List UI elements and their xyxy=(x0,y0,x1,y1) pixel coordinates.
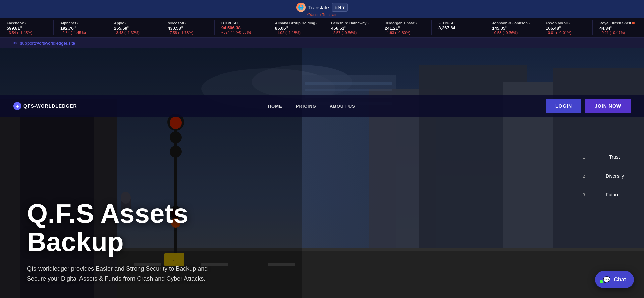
nav-buttons: LOGIN JOIN NOW xyxy=(546,99,631,113)
ticker-item: Facebook • 599.81D −3.54 (−1.45%) xyxy=(0,20,54,35)
side-nav-line xyxy=(590,176,600,176)
brand-logo: ◈ QFS-WORLDLEDGER xyxy=(13,102,77,110)
side-nav-num: 1 xyxy=(578,155,585,160)
navbar: ◈ QFS-WORLDLEDGER HOME PRICING ABOUT US … xyxy=(0,95,644,117)
hero-subtitle: Qfs-worldledger provides Easier and Stro… xyxy=(27,264,228,284)
ticker-item: Apple • 255.59D −3.43 (−1.32%) xyxy=(107,20,161,35)
nav-about[interactable]: ABOUT US xyxy=(330,104,355,109)
chat-online-dot xyxy=(600,280,603,283)
ticker-item: Alphabet • 192.76D −2.84 (−1.45%) xyxy=(54,20,107,35)
side-nav-label: Diversify xyxy=(606,173,624,179)
ticker-bar: Facebook • 599.81D −3.54 (−1.45%) Alphab… xyxy=(0,18,644,38)
support-email[interactable]: support@qfsworldledger.site xyxy=(20,41,75,46)
side-nav-item-2[interactable]: 2 Diversify xyxy=(578,173,624,179)
join-button[interactable]: JOIN NOW xyxy=(585,99,631,113)
ticker-item: Berkshire Hathaway • 456.51D −2.57 (−0.5… xyxy=(324,20,378,35)
ticker-item: Exxon Mobil • 106.48D −0.01 (−0.01%) xyxy=(539,20,593,35)
hero-title-line2: Backup xyxy=(27,227,124,257)
ticker-item: Mircosoft • 430.53D −7.58 (−1.73%) xyxy=(161,20,215,35)
email-icon: ✉ xyxy=(13,40,17,46)
ticker-item: Alibaba Group Holding • 85.06D −1.02 (−1… xyxy=(268,20,324,35)
hero-section: → ◈ QFS-WORLDLEDGER HOME PRICING ABOUT U… xyxy=(0,48,644,298)
hero-content: Q.F.S Assets Backup Qfs-worldledger prov… xyxy=(27,200,228,284)
yandex-label: YYandex Translate xyxy=(307,13,337,17)
side-nav-item-3[interactable]: 3 Future xyxy=(578,192,624,197)
chat-label: Chat xyxy=(614,277,626,283)
side-nav-num: 2 xyxy=(578,173,585,179)
side-nav-label: Future xyxy=(606,192,619,197)
translate-icon: 🌐 xyxy=(296,3,306,12)
ticker-track-1: Facebook • 599.81D −3.54 (−1.45%) Alphab… xyxy=(0,20,644,35)
brand-name: QFS-WORLDLEDGER xyxy=(23,103,77,109)
ticker-item-ethusd: ETH/USD 3,367.64 xyxy=(432,20,485,35)
ticker-item-royal-dutch-shell: Royal Dutch Shell 44.34D −0.21 (−0.47%) xyxy=(593,20,644,35)
ticker-scroll: Facebook • 599.81D −3.54 (−1.45%) Alphab… xyxy=(0,20,644,35)
ticker-item: Johnson & Johnson • 145.05D −0.53 (−0.36… xyxy=(485,20,539,35)
side-nav-num: 3 xyxy=(578,192,585,197)
login-button[interactable]: LOGIN xyxy=(546,99,581,113)
ticker-item-btcusd: BTC/USD 94,506.38 −624.44 (−0.66%) xyxy=(215,20,268,35)
language-selector[interactable]: EN ▾ xyxy=(332,3,348,12)
nav-home[interactable]: HOME xyxy=(268,104,282,109)
side-nav-line-active xyxy=(590,157,604,157)
translate-label: Translate xyxy=(308,5,329,10)
nav-links: HOME PRICING ABOUT US xyxy=(268,104,355,109)
side-navigation: 1 Trust 2 Diversify 3 Future xyxy=(578,154,624,197)
side-nav-label: Trust xyxy=(609,154,620,160)
chat-button[interactable]: 💬 Chat xyxy=(595,271,634,288)
support-bar: ✉ support@qfsworldledger.site xyxy=(0,38,644,48)
logo-icon: ◈ xyxy=(13,102,21,110)
chat-icon: 💬 xyxy=(603,276,610,283)
side-nav-item-1[interactable]: 1 Trust xyxy=(578,154,624,160)
side-nav-line xyxy=(590,195,600,195)
nav-pricing[interactable]: PRICING xyxy=(296,104,316,109)
ticker-item: JPMorgan Chase • 241.21D −1.93 (−0.80%) xyxy=(378,20,432,35)
translate-bar: 🌐 Translate EN ▾ YYandex Translate xyxy=(0,0,644,18)
hero-title: Q.F.S Assets Backup xyxy=(27,200,228,256)
ticker-alert-dot xyxy=(632,22,635,24)
hero-title-line1: Q.F.S Assets xyxy=(27,199,189,229)
